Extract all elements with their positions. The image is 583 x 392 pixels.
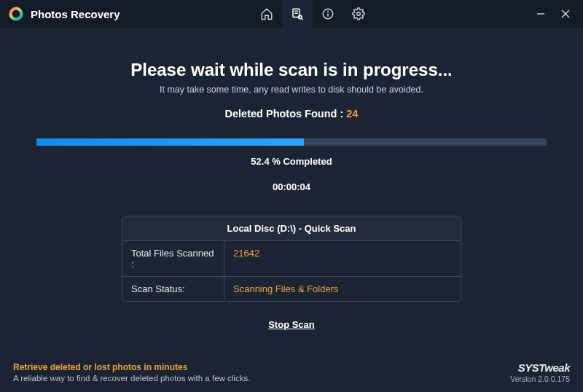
panel-title: Local Disc (D:\) - Quick Scan — [122, 216, 461, 241]
close-icon[interactable] — [560, 8, 571, 20]
app-title: Photos Recovery — [31, 8, 120, 20]
footer-line2: A reliable way to find & recover deleted… — [13, 374, 250, 383]
found-count: 24 — [346, 108, 358, 119]
table-row: Scan Status: Scanning Files & Folders — [122, 277, 461, 301]
scan-headline: Please wait while scan is in progress... — [26, 60, 557, 80]
settings-icon[interactable] — [343, 0, 374, 28]
brand-logo: SYSTweak — [510, 361, 570, 374]
info-icon[interactable] — [313, 0, 343, 28]
titlebar: Photos Recovery — [0, 0, 583, 28]
minimize-icon[interactable] — [535, 8, 547, 20]
svg-line-5 — [301, 18, 302, 20]
footer: Retrieve deleted or lost photos in minut… — [0, 353, 583, 392]
svg-point-9 — [356, 12, 360, 16]
app-logo-icon — [9, 7, 23, 21]
percent-complete: 52.4 % Completed — [26, 156, 557, 167]
window-controls — [535, 8, 583, 20]
scan-subline: It may take some time, any read writes t… — [26, 85, 557, 95]
home-icon[interactable] — [251, 0, 282, 28]
svg-point-0 — [11, 9, 22, 20]
nav-icons — [251, 0, 374, 28]
row-label: Scan Status: — [122, 277, 224, 301]
progress-bar — [36, 138, 547, 146]
scan-info-panel: Local Disc (D:\) - Quick Scan Total File… — [122, 216, 461, 302]
footer-line1: Retrieve deleted or lost photos in minut… — [13, 362, 250, 372]
row-value: 21642 — [224, 241, 461, 276]
table-row: Total Files Scanned : 21642 — [122, 241, 461, 277]
scan-icon[interactable] — [282, 0, 313, 28]
main-content: Please wait while scan is in progress...… — [0, 28, 583, 331]
footer-tagline: Retrieve deleted or lost photos in minut… — [13, 362, 250, 383]
found-line: Deleted Photos Found : 24 — [26, 108, 557, 119]
version-text: Version 2.0.0.175 — [510, 375, 570, 383]
svg-point-8 — [327, 11, 328, 12]
footer-brand-block: SYSTweak Version 2.0.0.175 — [510, 361, 570, 383]
row-label: Total Files Scanned : — [122, 241, 224, 276]
row-value: Scanning Files & Folders — [224, 277, 461, 301]
stop-scan-link[interactable]: Stop Scan — [268, 319, 315, 330]
progress-fill — [36, 138, 304, 146]
elapsed-time: 00:00:04 — [26, 181, 557, 192]
found-label: Deleted Photos Found : — [225, 108, 344, 119]
